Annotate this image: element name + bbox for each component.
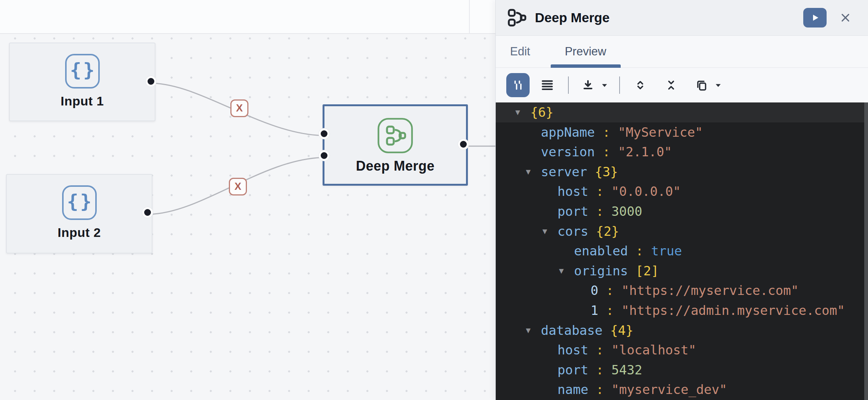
json-key: port xyxy=(557,204,588,219)
json-row[interactable]: 1 : "https://admin.myservice.com" xyxy=(496,301,868,321)
json-row[interactable]: host : "localhost" xyxy=(496,340,868,360)
json-row[interactable]: port : 3000 xyxy=(496,202,868,221)
node-detail-panel: Deep Merge Edit Preview xyxy=(495,0,868,400)
json-key: database xyxy=(541,323,603,338)
panel-tabs: Edit Preview xyxy=(496,36,868,68)
node-deep-merge[interactable]: Deep Merge xyxy=(323,104,468,186)
tree-view-button[interactable] xyxy=(506,73,530,97)
json-row[interactable]: host : "0.0.0.0" xyxy=(496,182,868,202)
json-count-badge: {4} xyxy=(603,323,633,338)
expand-arrow-icon[interactable]: ▼ xyxy=(526,162,531,182)
json-key: host xyxy=(557,342,588,357)
expand-arrow-icon[interactable]: ▼ xyxy=(526,321,531,340)
json-colon: : xyxy=(595,125,618,140)
panel-header: Deep Merge xyxy=(496,0,868,36)
tab-preview[interactable]: Preview xyxy=(565,36,606,67)
json-key: server xyxy=(541,164,587,179)
json-colon: : xyxy=(588,382,611,397)
run-node-button[interactable] xyxy=(803,8,827,27)
node-label: Input 2 xyxy=(58,225,101,240)
json-colon: : xyxy=(598,303,621,318)
json-colon: : xyxy=(595,144,618,159)
json-count-badge: [2] xyxy=(628,263,659,278)
close-panel-button[interactable] xyxy=(839,12,851,24)
json-row[interactable]: name : "myservice_dev" xyxy=(496,380,868,400)
expand-arrow-icon[interactable]: ▼ xyxy=(559,261,564,281)
json-row[interactable]: 0 : "https://myservice.com" xyxy=(496,281,868,301)
json-value: "localhost" xyxy=(611,342,696,357)
play-icon xyxy=(809,12,821,23)
node-input-1[interactable]: {} Input 1 xyxy=(9,43,155,121)
download-icon xyxy=(581,78,595,92)
braces-icon: {} xyxy=(62,185,97,220)
json-colon: : xyxy=(588,204,611,219)
panel-title: Deep Merge xyxy=(535,10,609,25)
download-button[interactable] xyxy=(579,76,597,95)
download-options-button[interactable] xyxy=(601,83,608,88)
json-key: 1 xyxy=(591,303,598,318)
collapse-all-icon xyxy=(665,79,677,91)
json-key: cors xyxy=(557,224,588,239)
json-colon: : xyxy=(588,362,611,377)
tab-edit[interactable]: Edit xyxy=(510,36,530,67)
copy-button[interactable] xyxy=(693,76,710,95)
json-row[interactable]: port : 5432 xyxy=(496,360,868,380)
expand-all-button[interactable] xyxy=(632,76,649,95)
port-merge-input-b[interactable] xyxy=(319,150,329,161)
json-key: name xyxy=(557,382,588,397)
json-value: 3000 xyxy=(611,204,642,219)
collapse-all-button[interactable] xyxy=(663,76,679,95)
braces-icon: {} xyxy=(65,54,100,89)
json-key: enabled xyxy=(574,243,628,258)
json-key: port xyxy=(557,362,588,377)
json-value: "2.1.0" xyxy=(618,144,672,159)
raw-view-button[interactable] xyxy=(538,76,557,95)
json-row[interactable]: ▼origins [2] xyxy=(496,261,868,281)
json-row[interactable]: ▼database {4} xyxy=(496,321,868,340)
port-input2-output[interactable] xyxy=(142,207,153,218)
port-merge-output[interactable] xyxy=(458,139,469,150)
json-key: appName xyxy=(541,125,595,140)
json-key: host xyxy=(557,184,588,199)
edge-disconnect-badge[interactable]: X xyxy=(230,99,248,117)
json-count-badge: {6} xyxy=(530,105,553,120)
preview-toolbar xyxy=(496,68,868,102)
active-tab-underline xyxy=(551,64,621,68)
json-count-badge: {3} xyxy=(587,164,618,179)
json-value: true xyxy=(651,243,682,258)
json-key: 0 xyxy=(591,283,598,298)
json-row[interactable]: enabled : true xyxy=(496,241,868,261)
json-key: origins xyxy=(574,263,628,278)
json-row[interactable]: version : "2.1.0" xyxy=(496,142,868,162)
json-tree: ▼{6}appName : "MyService"version : "2.1.… xyxy=(496,102,868,400)
json-row[interactable]: ▼{6} xyxy=(496,102,868,122)
copy-options-button[interactable] xyxy=(715,83,722,88)
close-icon xyxy=(839,12,851,24)
expand-arrow-icon[interactable]: ▼ xyxy=(515,102,520,122)
merge-icon xyxy=(506,8,527,28)
merge-icon xyxy=(376,117,414,154)
json-row[interactable]: ▼cors {2} xyxy=(496,221,868,241)
json-value: "myservice_dev" xyxy=(611,382,727,397)
node-input-2[interactable]: {} Input 2 xyxy=(6,174,152,253)
json-row[interactable]: appName : "MyService" xyxy=(496,122,868,142)
json-row[interactable]: ▼server {3} xyxy=(496,162,868,182)
app-root: {} Input 1 {} Input 2 Deep Merge xyxy=(0,0,868,400)
braces-glyph: {} xyxy=(68,59,96,81)
json-value: "https://admin.myservice.com" xyxy=(621,303,845,318)
json-scrollbar-thumb[interactable] xyxy=(864,102,868,400)
expand-arrow-icon[interactable]: ▼ xyxy=(542,221,547,241)
edge-disconnect-badge[interactable]: X xyxy=(229,178,247,195)
port-input1-output[interactable] xyxy=(146,76,156,87)
workflow-canvas[interactable]: {} Input 1 {} Input 2 Deep Merge xyxy=(0,0,495,400)
braces-glyph: {} xyxy=(65,191,93,212)
tree-view-icon xyxy=(511,78,525,92)
port-merge-input-a[interactable] xyxy=(319,128,329,139)
toolbar-divider xyxy=(568,76,569,94)
json-value: 5432 xyxy=(611,362,642,377)
json-count-badge: {2} xyxy=(588,224,619,239)
node-label: Input 1 xyxy=(61,94,104,108)
json-colon: : xyxy=(628,243,651,258)
expand-all-icon xyxy=(634,79,646,91)
json-key: version xyxy=(541,144,595,159)
